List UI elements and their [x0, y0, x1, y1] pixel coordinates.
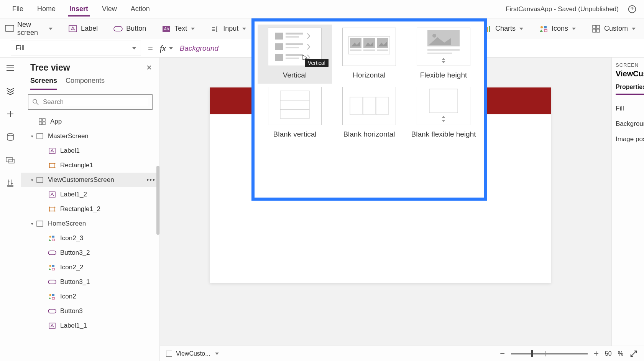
media-panel-icon[interactable] [5, 154, 16, 166]
tree-node-label1_2[interactable]: Label1_2 [21, 187, 159, 202]
button-icon [48, 307, 56, 315]
chevron-down-icon[interactable] [215, 353, 219, 355]
svg-rect-68 [286, 58, 299, 59]
icons-icon [48, 263, 56, 272]
tree-node-homescreen[interactable]: ▾HomeScreen [21, 216, 159, 231]
svg-point-51 [49, 265, 51, 267]
tab-components[interactable]: Components [66, 77, 105, 90]
tree-node-label: Button3_2 [60, 249, 90, 257]
close-panel-icon[interactable]: × [146, 62, 152, 73]
tree-node-label1_1[interactable]: Label1_1 [21, 318, 159, 333]
zoom-slider[interactable] [511, 353, 588, 354]
tree-list: App▾MasterScreenLabel1Rectangle1▾ViewCus… [21, 114, 159, 361]
chevron-down-icon [191, 28, 195, 30]
svg-rect-41 [49, 207, 55, 211]
label-icon [48, 147, 56, 155]
svg-rect-39 [37, 177, 43, 183]
gallery-option-label: Horizontal [353, 71, 386, 80]
svg-point-77 [432, 34, 436, 38]
selection-name[interactable]: ViewCusto... [176, 350, 210, 357]
tree-node-rectangle1[interactable]: Rectangle1 [21, 158, 159, 173]
svg-rect-19 [593, 25, 596, 28]
label-button[interactable]: Label [65, 21, 101, 36]
tree-node-label: Rectangle1_2 [60, 205, 100, 213]
gallery-thumb [417, 87, 470, 125]
gallery-option-blank-horizontal[interactable]: Blank horizontal [332, 84, 406, 143]
tree-node-button3_1[interactable]: Button3_1 [21, 275, 159, 289]
scrollbar[interactable] [156, 166, 159, 235]
tree-node-icon2_3[interactable]: Icon2_3 [21, 231, 159, 246]
gallery-option-horizontal[interactable]: Horizontal [332, 25, 406, 84]
prop-image-position[interactable]: Image posit [616, 132, 644, 147]
zoom-in-button[interactable]: + [594, 349, 599, 359]
tree-node-label1[interactable]: Label1 [21, 143, 159, 158]
charts-label: Charts [495, 25, 516, 33]
menu-file[interactable]: File [5, 2, 30, 16]
tab-screens[interactable]: Screens [30, 77, 57, 90]
prop-fill[interactable]: Fill [616, 101, 644, 116]
add-icon[interactable] [5, 108, 16, 120]
zoom-out-button[interactable]: − [500, 349, 505, 359]
prop-background[interactable]: Background [616, 116, 644, 132]
tree-node-button3[interactable]: Button3 [21, 304, 159, 318]
svg-rect-18 [544, 26, 547, 28]
icons-button[interactable]: Icons [536, 21, 579, 36]
tree-node-icon2_2[interactable]: Icon2_2 [21, 260, 159, 275]
gallery-option-blank-vertical[interactable]: Blank vertical [258, 84, 332, 143]
expand-icon[interactable]: ▾ [29, 178, 36, 183]
label-icon [48, 190, 56, 199]
svg-rect-25 [9, 159, 14, 163]
tree-view-icon[interactable] [5, 85, 16, 97]
tree-search-input[interactable] [43, 98, 148, 106]
expand-icon[interactable]: ▾ [29, 134, 36, 139]
gallery-option-flexible-height[interactable]: Flexible height [406, 25, 481, 84]
tree-node-rectangle1_2[interactable]: Rectangle1_2 [21, 202, 159, 216]
tree-node-app[interactable]: App [21, 114, 159, 129]
label-icon [48, 321, 56, 330]
svg-rect-73 [350, 49, 361, 51]
button-label: Button [126, 25, 146, 33]
button-button[interactable]: Button [110, 21, 149, 36]
svg-rect-56 [52, 294, 54, 296]
properties-tab[interactable]: Properties [616, 84, 644, 95]
svg-point-17 [540, 26, 543, 28]
icons-icon [539, 24, 549, 34]
svg-point-43 [54, 207, 56, 208]
tree-node-button3_2[interactable]: Button3_2 [21, 246, 159, 260]
chevron-down-icon [132, 47, 136, 49]
tree-node-viewcustomersscreen[interactable]: ▾ViewCustomersScreen••• [21, 173, 159, 187]
menu-insert[interactable]: Insert [62, 2, 95, 16]
tree-node-icon2[interactable]: Icon2 [21, 289, 159, 304]
menu-view[interactable]: View [95, 2, 124, 16]
app-checker-icon[interactable] [626, 3, 639, 16]
custom-button[interactable]: Custom [588, 21, 639, 36]
text-button[interactable]: Ab Text [158, 21, 198, 36]
gallery-option-blank-flexible-height[interactable]: Blank flexible height [406, 84, 481, 143]
tree-search[interactable] [28, 94, 153, 110]
input-button[interactable]: Input [207, 21, 249, 36]
svg-point-44 [49, 211, 50, 212]
new-screen-button[interactable]: New screen [2, 18, 56, 39]
formula-input[interactable]: Background [180, 44, 219, 53]
data-icon[interactable] [5, 131, 16, 143]
advanced-tools-icon[interactable] [5, 177, 16, 189]
more-icon[interactable]: ••• [146, 176, 156, 184]
left-rail [0, 58, 21, 361]
expand-icon[interactable]: ▾ [29, 221, 36, 226]
screen-icon [5, 24, 14, 34]
property-selector[interactable]: Fill [11, 41, 141, 56]
svg-rect-21 [593, 29, 596, 32]
menu-home[interactable]: Home [30, 2, 62, 16]
svg-rect-49 [52, 239, 54, 241]
gallery-option-vertical[interactable]: VerticalVertical [258, 25, 332, 84]
custom-icon [591, 24, 601, 34]
icons-icon [48, 234, 56, 242]
text-icon: Ab [161, 24, 171, 34]
label-icon [68, 24, 78, 34]
menu-action[interactable]: Action [124, 2, 157, 16]
tree-node-masterscreen[interactable]: ▾MasterScreen [21, 129, 159, 143]
fx-label: fx [160, 43, 166, 53]
fit-to-screen-icon[interactable] [629, 349, 638, 358]
svg-rect-48 [52, 236, 54, 238]
hamburger-icon[interactable] [5, 62, 16, 74]
